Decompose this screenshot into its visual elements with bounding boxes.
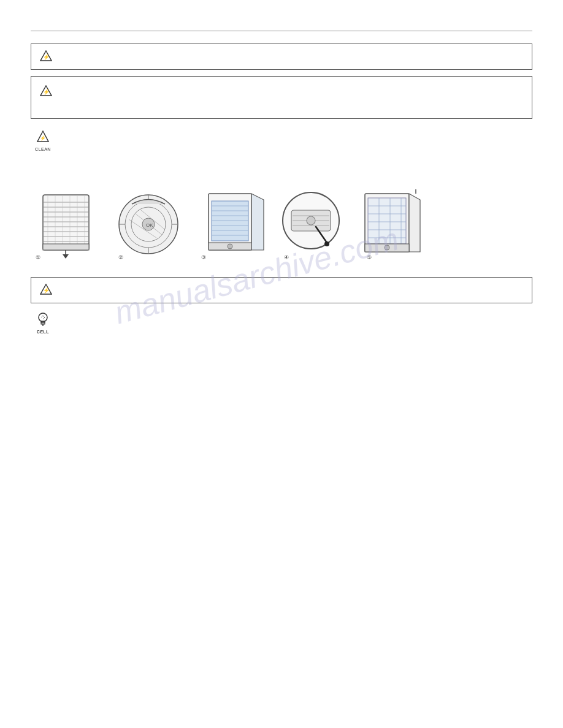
svg-text:④: ④: [284, 254, 289, 260]
diagram-2: OK ②: [113, 189, 184, 262]
cell-label: CELL: [31, 312, 55, 334]
diagram-3: ③: [196, 189, 267, 262]
cell-text-label: CELL: [37, 330, 49, 334]
svg-text:⚡: ⚡: [43, 287, 50, 294]
diagram-3-svg: ③: [196, 189, 267, 262]
svg-text:⚡: ⚡: [43, 53, 50, 61]
clean-icon: ⚡: [36, 130, 50, 146]
svg-marker-62: [409, 194, 420, 252]
warning-icon-1: ⚡: [40, 50, 52, 63]
cell-description: [31, 334, 532, 354]
svg-point-78: [39, 313, 47, 322]
warning-icon-2: ⚡: [40, 85, 52, 98]
clean-label: ⚡ CLEAN: [31, 130, 55, 151]
svg-point-50: [228, 244, 232, 249]
diagram-2-svg: OK ②: [113, 189, 184, 262]
diagram-4-svg: ④: [279, 189, 350, 262]
svg-text:①: ①: [36, 254, 40, 260]
svg-point-73: [385, 245, 389, 250]
svg-line-82: [41, 316, 43, 317]
svg-line-83: [43, 316, 45, 317]
svg-text:⑤: ⑤: [367, 254, 372, 260]
diagram-5: ⑤: [362, 189, 432, 262]
diagram-5-svg: ⑤: [362, 189, 432, 262]
warning-box-2: ⚡: [31, 76, 532, 119]
svg-text:③: ③: [201, 254, 206, 260]
svg-line-84: [43, 317, 45, 319]
warning-box-1: ⚡: [31, 44, 532, 70]
svg-rect-6: [43, 195, 89, 250]
svg-marker-40: [251, 194, 264, 250]
diagrams-row: ①: [31, 189, 532, 262]
clean-section: ⚡ CLEAN: [31, 130, 532, 176]
svg-text:⚡: ⚡: [40, 135, 46, 141]
svg-text:②: ②: [118, 254, 123, 260]
clean-text-label: CLEAN: [35, 147, 51, 151]
svg-rect-41: [212, 201, 248, 241]
svg-rect-22: [43, 244, 89, 250]
cell-icon: [37, 312, 48, 329]
warning-icon-3: ⚡: [40, 284, 52, 297]
clean-description: [31, 156, 532, 176]
svg-text:OK: OK: [146, 222, 153, 228]
svg-point-57: [307, 216, 315, 225]
diagram-4: ④: [279, 189, 350, 262]
cell-section: CELL: [31, 312, 532, 354]
warning-box-3: ⚡: [31, 277, 532, 303]
svg-text:⚡: ⚡: [43, 88, 50, 96]
svg-marker-24: [63, 254, 69, 259]
svg-point-59: [324, 241, 329, 246]
diagram-1-svg: ①: [31, 189, 101, 262]
top-divider: [31, 31, 532, 31]
svg-rect-63: [368, 198, 406, 244]
diagram-1: ①: [31, 189, 101, 262]
